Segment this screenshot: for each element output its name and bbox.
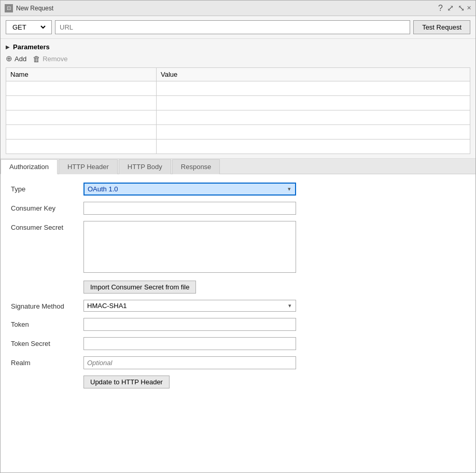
consumer-key-label: Consumer Key (11, 202, 83, 212)
tab-http-header[interactable]: HTTP Header (59, 159, 118, 174)
close-button[interactable]: ✕ (467, 5, 471, 11)
maximize-button[interactable]: ⤡ (458, 4, 465, 12)
tab-response[interactable]: Response (172, 159, 220, 174)
add-label: Add (15, 55, 26, 63)
import-row: Import Consumer Secret from file (11, 281, 465, 294)
name-cell[interactable] (6, 81, 157, 96)
name-cell[interactable] (6, 110, 157, 125)
consumer-secret-control (83, 221, 296, 274)
realm-input[interactable] (83, 356, 296, 369)
add-button[interactable]: ⊕ Add (6, 54, 26, 63)
token-secret-control (83, 337, 465, 350)
token-secret-row: Token Secret (11, 337, 465, 350)
help-button[interactable]: ? (438, 4, 443, 12)
params-rows (6, 81, 470, 154)
type-select-wrapper[interactable]: OAuth 1.0 None Basic OAuth 2.0 API Key ▾ (83, 183, 296, 196)
type-select[interactable]: OAuth 1.0 None Basic OAuth 2.0 API Key (88, 185, 292, 193)
minimize-button[interactable]: ⤢ (447, 4, 454, 12)
realm-row: Realm (11, 356, 465, 369)
consumer-key-row: Consumer Key (11, 202, 465, 215)
consumer-secret-row: Consumer Secret (11, 221, 465, 274)
sig-select-wrapper[interactable]: HMAC-SHA1 RSA-SHA1 PLAINTEXT ▾ (83, 300, 296, 312)
name-cell[interactable] (6, 140, 157, 154)
url-bar: GET POST PUT DELETE Test Request (1, 16, 475, 39)
signature-method-select[interactable]: HMAC-SHA1 RSA-SHA1 PLAINTEXT (87, 302, 292, 310)
update-to-http-header-button[interactable]: Update to HTTP Header (83, 375, 170, 388)
method-select-wrapper[interactable]: GET POST PUT DELETE (6, 20, 52, 34)
table-row (6, 110, 470, 125)
consumer-secret-textarea[interactable] (83, 221, 296, 273)
type-control: OAuth 1.0 None Basic OAuth 2.0 API Key ▾ (83, 183, 465, 196)
add-icon: ⊕ (6, 54, 12, 63)
token-secret-input[interactable] (83, 337, 296, 350)
tabs-container: Authorization HTTP Header HTTP Body Resp… (1, 159, 475, 174)
parameters-header: ▶ Parameters (6, 43, 470, 51)
import-control: Import Consumer Secret from file (83, 281, 465, 294)
type-label: Type (11, 183, 83, 193)
value-cell[interactable] (157, 140, 470, 154)
value-cell[interactable] (157, 125, 470, 140)
value-column-header: Value (157, 68, 470, 81)
type-row: Type OAuth 1.0 None Basic OAuth 2.0 API … (11, 183, 465, 196)
token-row: Token (11, 318, 465, 331)
chevron-down-icon: ▾ (288, 302, 291, 309)
table-row (6, 125, 470, 140)
params-table: Name Value (6, 67, 470, 154)
title-bar-actions: ? ⤢ ⤡ (438, 4, 465, 12)
window-icon: ⊡ (5, 4, 13, 12)
token-label: Token (11, 318, 83, 328)
authorization-panel: Type OAuth 1.0 None Basic OAuth 2.0 API … (1, 174, 475, 472)
collapse-icon: ▶ (6, 44, 10, 50)
content-area: GET POST PUT DELETE Test Request ▶ Param… (1, 16, 475, 472)
signature-method-control: HMAC-SHA1 RSA-SHA1 PLAINTEXT ▾ (83, 300, 465, 312)
url-input[interactable] (55, 20, 410, 34)
name-cell[interactable] (6, 125, 157, 140)
test-request-button[interactable]: Test Request (413, 20, 470, 34)
chevron-down-icon: ▾ (288, 186, 291, 192)
tab-http-body[interactable]: HTTP Body (119, 159, 171, 174)
import-spacer (11, 281, 83, 283)
import-consumer-secret-button[interactable]: Import Consumer Secret from file (83, 281, 196, 294)
method-select[interactable]: GET POST PUT DELETE (10, 23, 47, 32)
name-column-header: Name (6, 68, 157, 81)
params-toolbar: ⊕ Add 🗑 Remove (6, 54, 470, 63)
realm-control (83, 356, 465, 369)
title-bar-text: New Request (16, 5, 438, 12)
value-cell[interactable] (157, 81, 470, 96)
table-row (6, 81, 470, 96)
table-row (6, 96, 470, 110)
consumer-key-input[interactable] (83, 202, 296, 215)
name-cell[interactable] (6, 96, 157, 110)
token-control (83, 318, 465, 331)
remove-label: Remove (43, 55, 67, 63)
tab-authorization[interactable]: Authorization (1, 159, 58, 174)
main-window: ⊡ New Request ? ⤢ ⤡ ✕ GET POST PUT DELET… (0, 0, 476, 473)
token-secret-label: Token Secret (11, 337, 83, 347)
value-cell[interactable] (157, 110, 470, 125)
consumer-secret-label: Consumer Secret (11, 221, 83, 231)
remove-button[interactable]: 🗑 Remove (33, 54, 67, 63)
trash-icon: 🗑 (33, 54, 40, 63)
table-row (6, 140, 470, 154)
parameters-title: Parameters (13, 43, 50, 51)
realm-label: Realm (11, 356, 83, 367)
signature-method-row: Signature Method HMAC-SHA1 RSA-SHA1 PLAI… (11, 300, 465, 312)
title-bar: ⊡ New Request ? ⤢ ⤡ ✕ (1, 1, 475, 16)
signature-method-label: Signature Method (11, 300, 83, 310)
value-cell[interactable] (157, 96, 470, 110)
consumer-key-control (83, 202, 465, 215)
parameters-section: ▶ Parameters ⊕ Add 🗑 Remove Name Value (1, 39, 475, 159)
update-row: Update to HTTP Header (11, 375, 465, 388)
token-input[interactable] (83, 318, 296, 331)
